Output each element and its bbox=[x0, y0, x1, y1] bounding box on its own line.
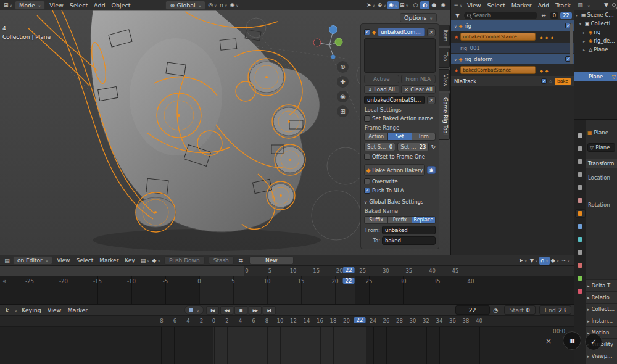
load-all-button[interactable]: Load All bbox=[364, 85, 399, 94]
unlink-action-button[interactable] bbox=[427, 28, 436, 36]
editor-type-icon[interactable]: ⊞ bbox=[2, 1, 14, 9]
zoom-icon[interactable]: ⊕ bbox=[337, 61, 349, 73]
previous-keyframe-button[interactable]: ◀◀ bbox=[220, 306, 233, 315]
menu-key[interactable]: Key bbox=[122, 257, 138, 263]
expand-icon[interactable]: ▸ bbox=[583, 48, 587, 52]
editor-type-icon[interactable]: ≡ bbox=[453, 1, 463, 9]
menu-object[interactable]: Object bbox=[109, 2, 134, 9]
search-icon[interactable] bbox=[612, 3, 616, 7]
solo-star-icon[interactable] bbox=[549, 78, 553, 85]
overlay-pause-button[interactable]: ▮▮ bbox=[563, 331, 581, 350]
collapse-region-icon[interactable] bbox=[2, 278, 6, 284]
expand-icon[interactable] bbox=[454, 22, 457, 29]
sidebar-tab-view[interactable]: View bbox=[439, 69, 450, 91]
nla-action-bakedcombatstance[interactable]: bakedCombatStance bbox=[451, 65, 574, 75]
expand-icon[interactable]: ▾ bbox=[576, 13, 580, 17]
particles-tab[interactable] bbox=[576, 236, 585, 243]
from-input[interactable]: unbaked bbox=[382, 226, 436, 234]
channel-region[interactable] bbox=[0, 266, 244, 276]
range-mode-trim[interactable]: Trim bbox=[412, 133, 435, 140]
end-frame-field[interactable]: End23 bbox=[539, 305, 571, 315]
menu-view[interactable]: View bbox=[464, 2, 484, 9]
set-baked-name-checkbox[interactable] bbox=[364, 115, 370, 122]
auto-keying-toggle[interactable] bbox=[184, 305, 203, 315]
current-frame-badge[interactable]: 22 bbox=[354, 317, 366, 323]
overwrite-checkbox[interactable] bbox=[364, 178, 370, 184]
keyframe-icon[interactable] bbox=[545, 67, 549, 73]
expand-icon[interactable]: ▾ bbox=[579, 22, 584, 26]
menu-select[interactable]: Select bbox=[484, 2, 508, 9]
bake-options-button[interactable] bbox=[427, 166, 436, 174]
menu-keying[interactable]: Keying bbox=[19, 307, 44, 313]
cursor-select-icon[interactable]: ➤ bbox=[517, 257, 528, 265]
name-mode-suffix[interactable]: Suffix bbox=[365, 217, 388, 223]
range-mode-set[interactable]: Set bbox=[388, 133, 412, 140]
to-input[interactable]: baked bbox=[382, 236, 436, 245]
outliner-row-rig[interactable]: ▸◈rig bbox=[574, 28, 617, 36]
render-tab[interactable] bbox=[576, 145, 585, 152]
menu-view[interactable]: View bbox=[54, 257, 73, 263]
name-mode-replace[interactable]: Replace bbox=[412, 217, 435, 223]
object-tab[interactable] bbox=[576, 210, 585, 217]
keyframe-type-icon[interactable]: ◆ bbox=[151, 257, 162, 265]
outliner-row-scene-collection[interactable]: ▾▦Scene Collection bbox=[574, 10, 617, 19]
nla-editor[interactable]: ≡ ViewSelectMarkerAddTrack ▼ Search ↔ 0 … bbox=[450, 0, 574, 255]
options-dropdown[interactable]: Options bbox=[400, 13, 437, 22]
timeline-editor[interactable]: k KeyingViewMarker ▮◀◀◀▮▮▶▶▶▮ 22 ◔ Start… bbox=[0, 304, 574, 364]
action-strip[interactable]: unbakedCombatStance bbox=[460, 33, 536, 41]
constraints-tab[interactable] bbox=[576, 262, 585, 269]
action-name-input[interactable]: unbakedCombatStance bbox=[364, 96, 425, 104]
section-instancing[interactable]: Instancing bbox=[586, 315, 617, 326]
nla-track-nlatrack[interactable]: NlaTrackbake bbox=[451, 76, 574, 86]
viewport-canvas[interactable]: 4 Collection | Plane Options ⊕✚◉⊞ unbake… bbox=[0, 10, 450, 255]
nla-header-rig-deform[interactable]: rig_deform bbox=[451, 54, 574, 64]
menu-marker[interactable]: Marker bbox=[508, 2, 535, 9]
global-bake-settings-header[interactable]: Global Bake Settings bbox=[369, 199, 423, 205]
sidebar-tab-game-rig-tool[interactable]: Game Rig Tool bbox=[439, 93, 450, 140]
editor-mode-dropdown[interactable]: on Editor bbox=[13, 256, 52, 265]
scene-tab[interactable] bbox=[576, 184, 585, 191]
world-tab[interactable] bbox=[576, 197, 585, 204]
channel-filter-icon[interactable]: ▤ bbox=[139, 257, 151, 265]
clear-all-button[interactable]: Clear All bbox=[401, 85, 436, 94]
output-tab[interactable] bbox=[576, 158, 585, 165]
current-frame-badge[interactable]: 22 bbox=[560, 12, 572, 19]
track-mute-checkbox[interactable] bbox=[541, 78, 547, 84]
pan-icon[interactable]: ✚ bbox=[337, 76, 349, 88]
ortho-toggle-icon[interactable]: ⊞ bbox=[337, 105, 349, 117]
filter-icon[interactable]: ▼ bbox=[528, 257, 539, 265]
from-nla-toggle[interactable]: From NLA bbox=[401, 75, 436, 83]
nla-strip-area[interactable]: -25-20-15-10-5051015202530354022 bbox=[0, 276, 574, 304]
timeline-ruler[interactable]: -8-6-4-202468101214161820242628303234363… bbox=[0, 316, 574, 327]
overlay-close-button[interactable]: × bbox=[545, 337, 552, 345]
filter-icon[interactable]: ▼ bbox=[602, 1, 611, 9]
action-selector[interactable]: unbakedCombatStance bbox=[378, 28, 425, 36]
nla-header-rig[interactable]: rig bbox=[451, 20, 574, 31]
modifiers-tab[interactable] bbox=[576, 223, 585, 230]
overlay-confirm-button[interactable]: ✓ bbox=[585, 333, 602, 350]
expand-icon[interactable]: ▸ bbox=[583, 39, 587, 43]
action-list-box[interactable] bbox=[364, 38, 436, 73]
section-viewport-display[interactable]: Viewport Display bbox=[586, 350, 617, 362]
3d-viewport[interactable]: ⊞ Mode ViewSelectAddObject ⊕Global ◎∩◉ ➤… bbox=[0, 0, 450, 255]
menu-add[interactable]: Add bbox=[535, 2, 552, 9]
snap-icon[interactable]: ∩ bbox=[539, 257, 550, 265]
jump-to-end-button[interactable]: ▶▮ bbox=[263, 306, 276, 315]
object-data-tab[interactable] bbox=[576, 275, 585, 282]
physics-tab[interactable] bbox=[576, 249, 585, 256]
filter-icon[interactable]: ▼ bbox=[453, 11, 462, 19]
section-line-art[interactable]: Line Art bbox=[586, 362, 617, 364]
editor-type-icon[interactable]: ▤ bbox=[2, 257, 12, 265]
next-keyframe-button[interactable]: ▶▶ bbox=[249, 306, 262, 315]
jump-to-start-button[interactable]: ▮◀ bbox=[206, 306, 219, 315]
wireframe-shading-icon[interactable]: ○ bbox=[411, 1, 420, 9]
solid-shading-icon[interactable]: ◐ bbox=[420, 1, 429, 9]
pause-button[interactable]: ▮▮ bbox=[234, 306, 247, 315]
menu-track[interactable]: Track bbox=[552, 2, 574, 9]
material-preview-icon[interactable]: ● bbox=[429, 1, 439, 9]
start-frame-field[interactable]: Start0 bbox=[504, 305, 536, 315]
sidebar-tab-tool[interactable]: Tool bbox=[439, 48, 450, 68]
menu-select[interactable]: Select bbox=[73, 257, 96, 263]
gizmo-icon[interactable]: ⊕ bbox=[376, 1, 387, 9]
section-delta-transform[interactable]: Delta Transform bbox=[586, 279, 617, 291]
